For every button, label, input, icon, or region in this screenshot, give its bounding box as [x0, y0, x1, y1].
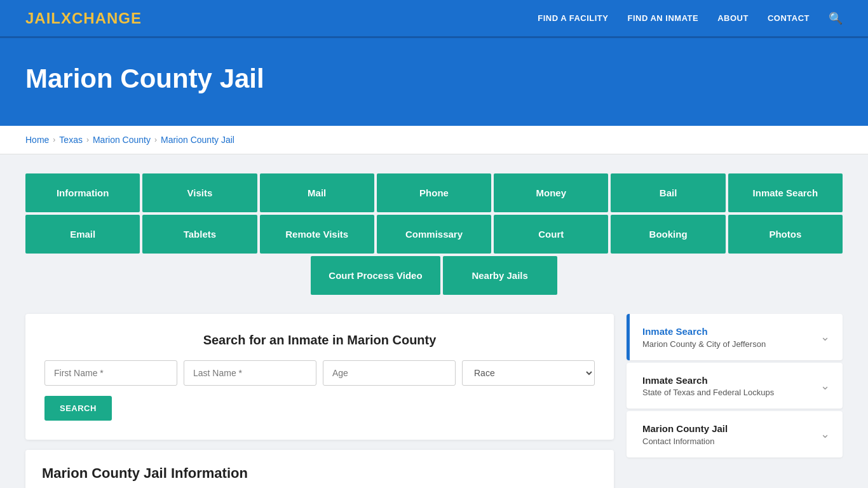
sep1: ›	[53, 135, 55, 144]
nav-about[interactable]: ABOUT	[717, 13, 749, 23]
navbar: JAILXCHANGE FIND A FACILITY FIND AN INMA…	[0, 0, 868, 38]
sidebar-item-contact-info[interactable]: Marion County Jail Contact Information ⌄	[627, 411, 843, 458]
btn-mail[interactable]: Mail	[260, 173, 374, 212]
page-title: Marion County Jail	[25, 64, 843, 94]
sidebar-item-sub-3: Contact Information	[642, 437, 728, 446]
nav-find-facility[interactable]: FIND A FACILITY	[538, 13, 608, 23]
nav-find-inmate[interactable]: FIND AN INMATE	[627, 13, 698, 23]
btn-court[interactable]: Court	[494, 215, 608, 254]
logo-exchange: CHANGE	[72, 10, 142, 27]
btn-photos[interactable]: Photos	[728, 215, 843, 254]
sidebar-item-title-2: Inmate Search	[642, 374, 774, 387]
btn-court-process-video[interactable]: Court Process Video	[311, 256, 440, 295]
search-button[interactable]: SEARCH	[44, 396, 112, 421]
first-name-input[interactable]	[44, 360, 177, 386]
left-column: Search for an Inmate in Marion County Ra…	[25, 314, 614, 488]
sidebar-item-title-3: Marion County Jail	[642, 423, 728, 435]
sidebar-item-title-1: Inmate Search	[642, 325, 766, 338]
btn-bail[interactable]: Bail	[611, 173, 725, 212]
nav-buttons-row3: Court Process Video Nearby Jails	[25, 256, 843, 295]
last-name-input[interactable]	[184, 360, 316, 386]
sidebar-item-sub-1: Marion County & City of Jefferson	[642, 339, 766, 349]
hero-banner: Marion County Jail	[0, 38, 868, 126]
chevron-down-icon-2: ⌄	[820, 379, 830, 393]
chevron-down-icon-3: ⌄	[820, 427, 830, 441]
breadcrumb-marion-county[interactable]: Marion County	[93, 135, 151, 145]
search-title: Search for an Inmate in Marion County	[44, 333, 595, 348]
chevron-down-icon-1: ⌄	[820, 330, 830, 344]
nav-links: FIND A FACILITY FIND AN INMATE ABOUT CON…	[538, 11, 843, 25]
sidebar-item-sub-2: State of Texas and Federal Lockups	[642, 388, 774, 397]
race-select[interactable]: Race White Black Hispanic Asian Other	[462, 360, 595, 386]
sidebar-item-inmate-search-texas[interactable]: Inmate Search State of Texas and Federal…	[627, 363, 843, 409]
btn-information[interactable]: Information	[25, 173, 140, 212]
breadcrumb-home[interactable]: Home	[25, 135, 49, 145]
sidebar-item-inmate-search-marion[interactable]: Inmate Search Marion County & City of Je…	[627, 314, 843, 360]
sidebar-item-text-2: Inmate Search State of Texas and Federal…	[642, 374, 774, 398]
sidebar: Inmate Search Marion County & City of Je…	[627, 314, 843, 460]
info-section: Marion County Jail Information	[25, 450, 614, 488]
btn-booking[interactable]: Booking	[611, 215, 725, 254]
btn-tablets[interactable]: Tablets	[142, 215, 257, 254]
lower-section: Search for an Inmate in Marion County Ra…	[25, 314, 843, 488]
btn-visits[interactable]: Visits	[142, 173, 257, 212]
btn-remote-visits[interactable]: Remote Visits	[260, 215, 374, 254]
btn-phone[interactable]: Phone	[377, 173, 491, 212]
sidebar-item-text-1: Inmate Search Marion County & City of Je…	[642, 325, 766, 349]
logo-x: X	[61, 10, 72, 27]
nav-buttons-row1: Information Visits Mail Phone Money Bail…	[25, 173, 843, 212]
btn-inmate-search[interactable]: Inmate Search	[728, 173, 843, 212]
btn-commissary[interactable]: Commissary	[377, 215, 491, 254]
logo-jail: JAIL	[25, 10, 61, 27]
nav-buttons-row2: Email Tablets Remote Visits Commissary C…	[25, 215, 843, 254]
age-input[interactable]	[323, 360, 456, 386]
btn-email[interactable]: Email	[25, 215, 140, 254]
sidebar-item-text-3: Marion County Jail Contact Information	[642, 423, 728, 446]
breadcrumb-marion-county-jail[interactable]: Marion County Jail	[161, 135, 234, 145]
search-icon[interactable]: 🔍	[829, 11, 843, 25]
site-logo[interactable]: JAILXCHANGE	[25, 10, 142, 27]
breadcrumb-texas[interactable]: Texas	[59, 135, 83, 145]
info-title: Marion County Jail Information	[42, 465, 597, 482]
sep2: ›	[86, 135, 89, 144]
main-content: Information Visits Mail Phone Money Bail…	[0, 154, 868, 488]
btn-nearby-jails[interactable]: Nearby Jails	[443, 256, 557, 295]
nav-contact[interactable]: CONTACT	[768, 13, 810, 23]
btn-money[interactable]: Money	[494, 173, 608, 212]
search-fields: Race White Black Hispanic Asian Other	[44, 360, 595, 386]
search-panel: Search for an Inmate in Marion County Ra…	[25, 314, 614, 440]
sep3: ›	[154, 135, 157, 144]
breadcrumb: Home › Texas › Marion County › Marion Co…	[0, 126, 868, 154]
